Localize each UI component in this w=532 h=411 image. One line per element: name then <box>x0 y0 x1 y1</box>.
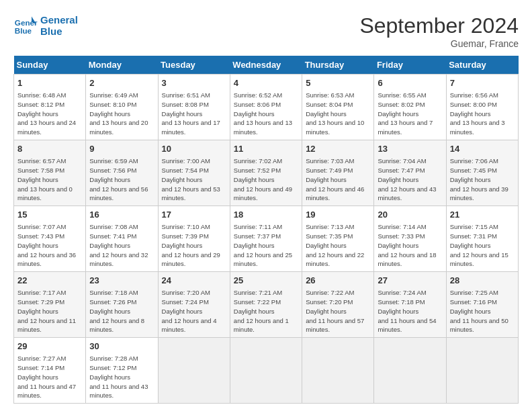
header-wednesday: Wednesday <box>230 56 302 75</box>
day-number: 24 <box>162 275 226 287</box>
day-info: Sunrise: 7:03 AM Sunset: 7:49 PM Dayligh… <box>306 156 370 203</box>
day-info: Sunrise: 7:00 AM Sunset: 7:54 PM Dayligh… <box>162 156 226 203</box>
calendar-cell: 27 Sunrise: 7:24 AM Sunset: 7:18 PM Dayl… <box>374 272 446 338</box>
day-info: Sunrise: 7:22 AM Sunset: 7:20 PM Dayligh… <box>306 288 370 334</box>
day-number: 27 <box>378 275 442 287</box>
day-number: 4 <box>234 77 298 89</box>
day-number: 11 <box>234 143 298 155</box>
day-info: Sunrise: 7:21 AM Sunset: 7:22 PM Dayligh… <box>234 288 298 334</box>
calendar-cell: 12 Sunrise: 7:03 AM Sunset: 7:49 PM Dayl… <box>302 140 374 206</box>
day-number: 6 <box>378 77 442 89</box>
calendar-cell <box>230 338 302 404</box>
location: Guemar, France <box>359 38 519 49</box>
day-info: Sunrise: 6:56 AM Sunset: 8:00 PM Dayligh… <box>450 91 515 137</box>
header-friday: Friday <box>374 56 446 75</box>
calendar-cell: 20 Sunrise: 7:14 AM Sunset: 7:33 PM Dayl… <box>374 206 446 272</box>
calendar-cell: 19 Sunrise: 7:13 AM Sunset: 7:35 PM Dayl… <box>302 206 374 272</box>
page-header: General Blue General Blue September 2024… <box>13 13 519 49</box>
day-info: Sunrise: 7:27 AM Sunset: 7:14 PM Dayligh… <box>17 354 82 400</box>
logo-line2: Blue <box>40 26 78 37</box>
calendar-cell: 16 Sunrise: 7:08 AM Sunset: 7:41 PM Dayl… <box>86 206 158 272</box>
day-number: 22 <box>17 275 82 287</box>
day-info: Sunrise: 7:10 AM Sunset: 7:39 PM Dayligh… <box>162 222 226 269</box>
day-info: Sunrise: 7:20 AM Sunset: 7:24 PM Dayligh… <box>162 288 226 334</box>
calendar-table: SundayMondayTuesdayWednesdayThursdayFrid… <box>13 56 519 404</box>
day-info: Sunrise: 7:18 AM Sunset: 7:26 PM Dayligh… <box>89 288 154 334</box>
day-number: 10 <box>162 143 226 155</box>
calendar-cell: 15 Sunrise: 7:07 AM Sunset: 7:43 PM Dayl… <box>14 206 86 272</box>
day-number: 14 <box>450 143 515 155</box>
day-info: Sunrise: 6:55 AM Sunset: 8:02 PM Dayligh… <box>378 91 442 137</box>
logo-icon: General Blue <box>13 13 38 38</box>
header-saturday: Saturday <box>446 56 518 75</box>
week-row-3: 15 Sunrise: 7:07 AM Sunset: 7:43 PM Dayl… <box>14 206 519 272</box>
logo: General Blue General Blue <box>13 13 78 38</box>
day-info: Sunrise: 7:11 AM Sunset: 7:37 PM Dayligh… <box>234 222 298 269</box>
calendar-cell: 29 Sunrise: 7:27 AM Sunset: 7:14 PM Dayl… <box>14 338 86 404</box>
calendar-cell: 24 Sunrise: 7:20 AM Sunset: 7:24 PM Dayl… <box>158 272 230 338</box>
logo-line1: General <box>40 14 78 26</box>
header-monday: Monday <box>86 56 158 75</box>
calendar-cell <box>374 338 446 404</box>
day-number: 30 <box>89 340 154 353</box>
day-number: 5 <box>306 77 370 89</box>
day-number: 7 <box>450 77 515 89</box>
day-number: 12 <box>306 143 370 155</box>
day-number: 18 <box>234 209 298 221</box>
header-tuesday: Tuesday <box>158 56 230 75</box>
day-info: Sunrise: 6:52 AM Sunset: 8:06 PM Dayligh… <box>234 91 298 137</box>
day-number: 29 <box>17 340 82 353</box>
calendar-cell: 7 Sunrise: 6:56 AM Sunset: 8:00 PM Dayli… <box>446 75 518 140</box>
calendar-cell: 2 Sunrise: 6:49 AM Sunset: 8:10 PM Dayli… <box>86 75 158 140</box>
day-info: Sunrise: 6:49 AM Sunset: 8:10 PM Dayligh… <box>89 91 154 137</box>
day-info: Sunrise: 7:25 AM Sunset: 7:16 PM Dayligh… <box>450 288 515 334</box>
day-info: Sunrise: 7:28 AM Sunset: 7:12 PM Dayligh… <box>89 354 154 400</box>
week-row-4: 22 Sunrise: 7:17 AM Sunset: 7:29 PM Dayl… <box>14 272 519 338</box>
day-number: 13 <box>378 143 442 155</box>
calendar-cell: 10 Sunrise: 7:00 AM Sunset: 7:54 PM Dayl… <box>158 140 230 206</box>
day-number: 26 <box>306 275 370 287</box>
day-number: 17 <box>162 209 226 221</box>
calendar-cell: 3 Sunrise: 6:51 AM Sunset: 8:08 PM Dayli… <box>158 75 230 140</box>
day-info: Sunrise: 7:15 AM Sunset: 7:31 PM Dayligh… <box>450 222 515 269</box>
calendar-cell <box>158 338 230 404</box>
day-number: 9 <box>89 143 154 155</box>
calendar-cell: 26 Sunrise: 7:22 AM Sunset: 7:20 PM Dayl… <box>302 272 374 338</box>
calendar-cell: 23 Sunrise: 7:18 AM Sunset: 7:26 PM Dayl… <box>86 272 158 338</box>
calendar-cell: 21 Sunrise: 7:15 AM Sunset: 7:31 PM Dayl… <box>446 206 518 272</box>
day-number: 28 <box>450 275 515 287</box>
day-info: Sunrise: 6:51 AM Sunset: 8:08 PM Dayligh… <box>162 91 226 137</box>
day-number: 1 <box>17 77 82 89</box>
day-info: Sunrise: 7:08 AM Sunset: 7:41 PM Dayligh… <box>89 222 154 269</box>
day-info: Sunrise: 7:13 AM Sunset: 7:35 PM Dayligh… <box>306 222 370 269</box>
day-number: 3 <box>162 77 226 89</box>
day-info: Sunrise: 6:59 AM Sunset: 7:56 PM Dayligh… <box>89 156 154 203</box>
calendar-cell: 6 Sunrise: 6:55 AM Sunset: 8:02 PM Dayli… <box>374 75 446 140</box>
calendar-cell: 1 Sunrise: 6:48 AM Sunset: 8:12 PM Dayli… <box>14 75 86 140</box>
calendar-cell: 5 Sunrise: 6:53 AM Sunset: 8:04 PM Dayli… <box>302 75 374 140</box>
day-info: Sunrise: 6:57 AM Sunset: 7:58 PM Dayligh… <box>17 156 82 203</box>
day-number: 15 <box>17 209 82 221</box>
calendar-cell: 4 Sunrise: 6:52 AM Sunset: 8:06 PM Dayli… <box>230 75 302 140</box>
calendar-cell <box>446 338 518 404</box>
day-number: 25 <box>234 275 298 287</box>
header-thursday: Thursday <box>302 56 374 75</box>
day-number: 19 <box>306 209 370 221</box>
day-info: Sunrise: 7:17 AM Sunset: 7:29 PM Dayligh… <box>17 288 82 334</box>
calendar-cell: 17 Sunrise: 7:10 AM Sunset: 7:39 PM Dayl… <box>158 206 230 272</box>
calendar-cell: 22 Sunrise: 7:17 AM Sunset: 7:29 PM Dayl… <box>14 272 86 338</box>
calendar-cell: 18 Sunrise: 7:11 AM Sunset: 7:37 PM Dayl… <box>230 206 302 272</box>
day-info: Sunrise: 7:14 AM Sunset: 7:33 PM Dayligh… <box>378 222 442 269</box>
week-row-1: 1 Sunrise: 6:48 AM Sunset: 8:12 PM Dayli… <box>14 75 519 140</box>
day-number: 20 <box>378 209 442 221</box>
week-row-5: 29 Sunrise: 7:27 AM Sunset: 7:14 PM Dayl… <box>14 338 519 404</box>
day-number: 8 <box>17 143 82 155</box>
day-info: Sunrise: 6:48 AM Sunset: 8:12 PM Dayligh… <box>17 91 82 137</box>
calendar-cell: 9 Sunrise: 6:59 AM Sunset: 7:56 PM Dayli… <box>86 140 158 206</box>
day-number: 23 <box>89 275 154 287</box>
day-info: Sunrise: 7:04 AM Sunset: 7:47 PM Dayligh… <box>378 156 442 203</box>
week-row-2: 8 Sunrise: 6:57 AM Sunset: 7:58 PM Dayli… <box>14 140 519 206</box>
calendar-cell <box>302 338 374 404</box>
day-info: Sunrise: 7:06 AM Sunset: 7:45 PM Dayligh… <box>450 156 515 203</box>
calendar-cell: 13 Sunrise: 7:04 AM Sunset: 7:47 PM Dayl… <box>374 140 446 206</box>
